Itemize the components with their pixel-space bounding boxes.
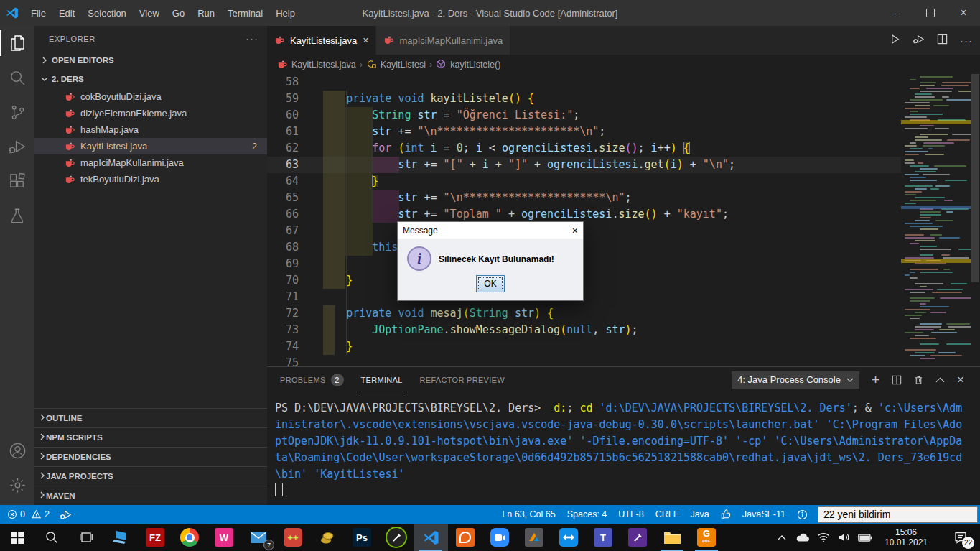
- close-panel-icon[interactable]: ×: [957, 373, 964, 387]
- menu-item-view[interactable]: View: [133, 0, 166, 26]
- line-number[interactable]: 63: [267, 157, 320, 173]
- taskbar-app-zoom[interactable]: [482, 524, 517, 551]
- status-item[interactable]: Ln 63, Col 65: [502, 509, 555, 519]
- status-item[interactable]: Spaces: 4: [567, 509, 607, 519]
- activity-settings-icon[interactable]: [0, 468, 34, 502]
- editor-scrollbar[interactable]: [971, 74, 980, 366]
- section-dependencies[interactable]: DEPENDENCIES: [34, 447, 267, 466]
- file-item[interactable]: cokBoyutluDizi.java: [34, 88, 267, 105]
- code-line[interactable]: 59 private void kayitListele() {: [267, 91, 901, 107]
- menu-item-edit[interactable]: Edit: [52, 0, 81, 26]
- panel-tab-problems[interactable]: PROBLEMS2: [280, 367, 344, 392]
- kill-terminal-icon[interactable]: [914, 375, 923, 385]
- task-view-button[interactable]: [69, 524, 103, 551]
- code-line[interactable]: 62 for (int i = 0; i < ogrenciListesi.si…: [267, 140, 901, 157]
- debug-run-icon[interactable]: [913, 34, 925, 47]
- notifications-bell-icon[interactable]: [797, 509, 808, 520]
- line-number[interactable]: 58: [267, 74, 320, 91]
- code-line[interactable]: 72 private void mesaj(String str) {: [267, 305, 901, 322]
- tray-expand-icon[interactable]: [771, 524, 792, 551]
- file-item[interactable]: hashMap.java: [34, 121, 267, 138]
- activity-account-icon[interactable]: [0, 433, 34, 468]
- problems-status[interactable]: 0 2: [7, 509, 50, 519]
- ok-button[interactable]: OK: [476, 275, 505, 292]
- taskbar-app-gaaiho-pdf[interactable]: GPDF: [689, 524, 724, 551]
- code-line[interactable]: 69: [267, 256, 901, 272]
- dialog-titlebar[interactable]: Message ×: [398, 222, 583, 239]
- section-java-projects[interactable]: JAVA PROJECTS: [34, 466, 267, 486]
- line-number[interactable]: 61: [267, 124, 320, 140]
- activity-source-control-icon[interactable]: [0, 95, 34, 129]
- taskbar-app-remote-desktop[interactable]: [103, 524, 138, 551]
- folder-section[interactable]: 2. DERS: [34, 70, 267, 88]
- activity-run-and-debug-icon[interactable]: [0, 129, 34, 164]
- code-line[interactable]: 63 str += "[" + i + "]" + ogrenciListesi…: [267, 157, 901, 173]
- run-icon[interactable]: [890, 34, 900, 47]
- battery-icon[interactable]: [854, 524, 875, 551]
- activity-explorer-icon[interactable]: [0, 26, 34, 60]
- code-line[interactable]: 70 }: [267, 272, 901, 289]
- scrollbar-thumb[interactable]: [971, 74, 979, 282]
- onedrive-icon[interactable]: [792, 524, 813, 551]
- code-line[interactable]: 73 JOptionPane.showMessageDialog(null, s…: [267, 322, 901, 338]
- code-line[interactable]: 71: [267, 289, 901, 305]
- taskbar-clock[interactable]: 15:06 10.01.2021: [878, 527, 934, 547]
- line-number[interactable]: 65: [267, 190, 320, 206]
- terminal-selector-dropdown[interactable]: 4: Java Process Console: [732, 371, 859, 389]
- line-number[interactable]: 67: [267, 223, 320, 239]
- line-number[interactable]: 66: [267, 206, 320, 223]
- taskbar-app-filezilla[interactable]: FZ: [138, 524, 172, 551]
- tab-mapIciMapKullanimi.java[interactable]: mapIciMapKullanimi.java: [376, 26, 510, 55]
- activity-extensions-icon[interactable]: [0, 164, 34, 198]
- code-editor[interactable]: 5859 private void kayitListele() {60 Str…: [267, 74, 901, 366]
- code-line[interactable]: 61 str += "\n**********************\n";: [267, 124, 901, 140]
- breadcrumb-item[interactable]: KayitListesi: [366, 59, 426, 70]
- code-line[interactable]: 60 String str = "Öğrenci Listesi:";: [267, 107, 901, 124]
- menu-item-help[interactable]: Help: [269, 0, 302, 26]
- taskbar-app-file-explorer[interactable]: [655, 524, 689, 551]
- maximize-panel-icon[interactable]: [935, 376, 945, 383]
- panel-tab-refactor-preview[interactable]: REFACTOR PREVIEW: [420, 367, 505, 392]
- status-item[interactable]: Java: [690, 509, 709, 519]
- minimap[interactable]: [901, 74, 971, 366]
- taskbar-app-pen-tool[interactable]: [620, 524, 655, 551]
- start-button[interactable]: [0, 524, 34, 551]
- file-item[interactable]: tekBoyutluDizi.java: [34, 171, 267, 187]
- code-line[interactable]: 65 str += "\n**********************\n";: [267, 190, 901, 206]
- menu-item-run[interactable]: Run: [191, 0, 221, 26]
- code-line[interactable]: 64 }: [267, 173, 901, 190]
- line-number[interactable]: 70: [267, 272, 320, 289]
- file-item[interactable]: mapIciMapKullanimi.java: [34, 154, 267, 171]
- activity-search-icon[interactable]: [0, 60, 34, 95]
- taskbar-app-wampserver[interactable]: W: [207, 524, 241, 551]
- line-number[interactable]: 68: [267, 239, 320, 256]
- activity-testing-icon[interactable]: [0, 198, 34, 233]
- menu-item-terminal[interactable]: Terminal: [221, 0, 269, 26]
- line-number[interactable]: 64: [267, 173, 320, 190]
- notification-center-icon[interactable]: 22: [944, 524, 977, 551]
- maximize-icon[interactable]: [914, 0, 947, 26]
- minimize-icon[interactable]: –: [881, 0, 914, 26]
- dialog-close-icon[interactable]: ×: [572, 225, 578, 236]
- debug-status-icon[interactable]: [60, 509, 72, 520]
- split-editor-icon[interactable]: [937, 34, 948, 47]
- line-number[interactable]: 62: [267, 140, 320, 157]
- status-item[interactable]: JavaSE-11: [742, 509, 785, 519]
- thumbs-up-icon[interactable]: [721, 509, 731, 519]
- taskbar-app-phone-tool[interactable]: ++: [276, 524, 310, 551]
- code-line[interactable]: 67: [267, 223, 901, 239]
- line-number[interactable]: 59: [267, 91, 320, 107]
- taskbar-app-chrome[interactable]: [172, 524, 207, 551]
- volume-icon[interactable]: [834, 524, 854, 551]
- line-number[interactable]: 74: [267, 338, 320, 355]
- taskbar-app-coins[interactable]: [310, 524, 345, 551]
- code-line[interactable]: 58: [267, 74, 901, 91]
- close-tab-icon[interactable]: ×: [363, 34, 368, 46]
- section-maven[interactable]: MAVEN: [34, 486, 267, 505]
- line-number[interactable]: 69: [267, 256, 320, 272]
- taskbar-app-vmware[interactable]: [517, 524, 551, 551]
- file-item[interactable]: KayitListesi.java2: [34, 138, 267, 154]
- section-npm-scripts[interactable]: NPM SCRIPTS: [34, 427, 267, 447]
- menu-item-selection[interactable]: Selection: [81, 0, 132, 26]
- open-editors-section[interactable]: OPEN EDITORS: [34, 51, 267, 70]
